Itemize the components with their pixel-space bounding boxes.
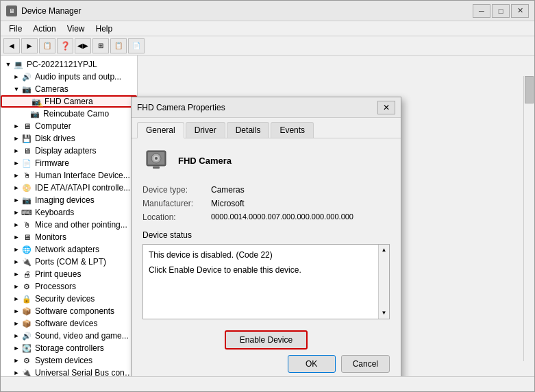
expand-audio[interactable]: ►	[12, 72, 21, 82]
toolbar-back[interactable]: ◄	[3, 38, 20, 53]
device-status-section: Device status This device is disabled. (…	[142, 230, 390, 319]
tree-item-software-components[interactable]: ► 📦 Software components	[1, 305, 137, 317]
tab-details[interactable]: Details	[227, 122, 270, 138]
toolbar-help[interactable]: ❓	[57, 38, 73, 53]
scrollbar-thumb[interactable]	[525, 76, 534, 103]
tree-label-security: Security devices	[35, 294, 95, 304]
restore-button[interactable]: □	[492, 4, 510, 18]
toolbar-item3[interactable]: 📋	[110, 38, 127, 53]
tree-item-mice[interactable]: ► 🖱 Mice and other pointing...	[1, 219, 137, 231]
status-line1: This device is disabled. (Code 22)	[149, 249, 384, 261]
expand-ide[interactable]: ►	[12, 183, 21, 193]
tree-item-ports[interactable]: ► 🔌 Ports (COM & LPT)	[1, 256, 137, 268]
toolbar-forward[interactable]: ►	[21, 38, 38, 53]
tree-item-hid[interactable]: ► 🖱 Human Interface Device...	[1, 169, 137, 182]
expand-keyboards[interactable]: ►	[12, 208, 21, 217]
tree-item-monitors[interactable]: ► 🖥 Monitors	[1, 231, 137, 243]
expand-software-devices[interactable]: ►	[12, 319, 21, 328]
menu-action[interactable]: Action	[27, 23, 61, 35]
tree-item-security[interactable]: ► 🔒 Security devices	[1, 293, 137, 305]
dialog-title: FHD Camera Properties	[137, 103, 377, 112]
expand-mice[interactable]: ►	[12, 220, 21, 230]
tree-item-reincubate[interactable]: ► 📷 Reincubate Camo	[1, 108, 137, 120]
expand-processors[interactable]: ►	[12, 282, 21, 291]
tab-driver[interactable]: Driver	[186, 122, 225, 138]
tree-item-storage[interactable]: ► 💽 Storage controllers	[1, 342, 137, 354]
ok-button[interactable]: OK	[288, 355, 336, 373]
tree-item-system[interactable]: ► ⚙ System devices	[1, 354, 137, 367]
tree-item-fhd-camera[interactable]: ► 📷⚠ FHD Camera	[1, 95, 137, 108]
expand-storage[interactable]: ►	[12, 343, 21, 353]
tree-item-network[interactable]: ► 🌐 Network adapters	[1, 243, 137, 256]
menu-help[interactable]: Help	[90, 23, 119, 35]
tree-item-keyboards[interactable]: ► ⌨ Keyboards	[1, 206, 137, 219]
device-name: FHD Camera	[178, 156, 232, 166]
scrollbar[interactable]	[523, 76, 534, 361]
enable-device-button[interactable]: Enable Device	[225, 330, 308, 350]
expand-security[interactable]: ►	[12, 294, 21, 304]
main-window: 🖥 Device Manager ─ □ ✕ File Action View …	[0, 0, 535, 392]
status-scrollbar[interactable]: ▲ ▼	[378, 245, 389, 319]
menu-view[interactable]: View	[62, 23, 90, 35]
expand-cameras[interactable]: ▼	[12, 84, 21, 94]
expand-monitors[interactable]: ►	[12, 232, 21, 242]
tree-item-sound[interactable]: ► 🔊 Sound, video and game...	[1, 330, 137, 342]
software-devices-icon: 📦	[21, 318, 32, 329]
expand-root[interactable]: ▼	[3, 60, 13, 69]
expand-imaging[interactable]: ►	[12, 195, 21, 205]
expand-network[interactable]: ►	[12, 245, 21, 254]
system-icon: ⚙	[21, 355, 32, 366]
close-button[interactable]: ✕	[511, 4, 529, 18]
expand-display[interactable]: ►	[12, 146, 21, 156]
expand-firmware[interactable]: ►	[12, 158, 21, 168]
tree-item-ide[interactable]: ► 📀 IDE ATA/ATAPI controlle...	[1, 182, 137, 194]
tree-item-audio[interactable]: ► 🔊 Audio inputs and outp...	[1, 71, 137, 83]
window-controls: ─ □ ✕	[473, 4, 529, 18]
dialog-close-button[interactable]: ✕	[377, 101, 395, 114]
tree-label-disk: Disk drives	[35, 134, 75, 143]
expand-system[interactable]: ►	[12, 356, 21, 365]
tree-label-processors: Processors	[35, 282, 76, 291]
expand-computer[interactable]: ►	[12, 121, 21, 131]
device-icon-large	[142, 147, 170, 174]
tree-label-print: Print queues	[35, 269, 81, 279]
tree-item-display[interactable]: ► 🖥 Display adapters	[1, 145, 137, 157]
processors-icon: ⚙	[21, 281, 32, 292]
tree-item-software-devices[interactable]: ► 📦 Software devices	[1, 317, 137, 330]
tab-events[interactable]: Events	[271, 122, 314, 138]
minimize-button[interactable]: ─	[473, 4, 490, 18]
cancel-button[interactable]: Cancel	[341, 355, 390, 373]
expand-sound[interactable]: ►	[12, 331, 21, 341]
tree-item-usb[interactable]: ► 🔌 Universal Serial Bus controllers	[1, 367, 137, 376]
expand-usb[interactable]: ►	[12, 368, 21, 376]
ide-icon: 📀	[21, 182, 32, 193]
menu-file[interactable]: File	[3, 23, 27, 35]
title-bar: 🖥 Device Manager ─ □ ✕	[1, 1, 534, 21]
cameras-icon: 📷	[21, 84, 32, 95]
tree-item-firmware[interactable]: ► 📄 Firmware	[1, 157, 137, 169]
tree-label-imaging: Imaging devices	[35, 195, 95, 205]
toolbar-item2[interactable]: ⊞	[92, 38, 109, 53]
expand-software-components[interactable]: ►	[12, 306, 21, 316]
expand-hid[interactable]: ►	[12, 171, 21, 180]
toolbar-item1[interactable]: ◀▶	[75, 38, 91, 53]
tree-label-firmware: Firmware	[35, 158, 69, 168]
expand-ports[interactable]: ►	[12, 257, 21, 267]
software-components-icon: 📦	[21, 306, 32, 317]
ports-icon: 🔌	[21, 256, 32, 267]
expand-print[interactable]: ►	[12, 269, 21, 279]
toolbar-item4[interactable]: 📄	[128, 38, 145, 53]
tab-general[interactable]: General	[137, 122, 184, 138]
toolbar-properties[interactable]: 📋	[39, 38, 55, 53]
tree-item-processors[interactable]: ► ⚙ Processors	[1, 280, 137, 293]
expand-disk[interactable]: ►	[12, 134, 21, 143]
tree-item-root[interactable]: ▼ 💻 PC-20221121YPJL	[1, 58, 137, 71]
tree-item-cameras[interactable]: ▼ 📷 Cameras	[1, 83, 137, 95]
tree-item-print[interactable]: ► 🖨 Print queues	[1, 268, 137, 280]
app-icon: 🖥	[6, 5, 17, 16]
tree-item-computer[interactable]: ► 🖥 Computer	[1, 120, 137, 132]
property-grid: Device type: Cameras Manufacturer: Micro…	[142, 185, 390, 222]
tree-item-imaging[interactable]: ► 📷 Imaging devices	[1, 194, 137, 206]
tree-item-disk[interactable]: ► 💾 Disk drives	[1, 132, 137, 145]
window-title: Device Manager	[21, 6, 473, 16]
